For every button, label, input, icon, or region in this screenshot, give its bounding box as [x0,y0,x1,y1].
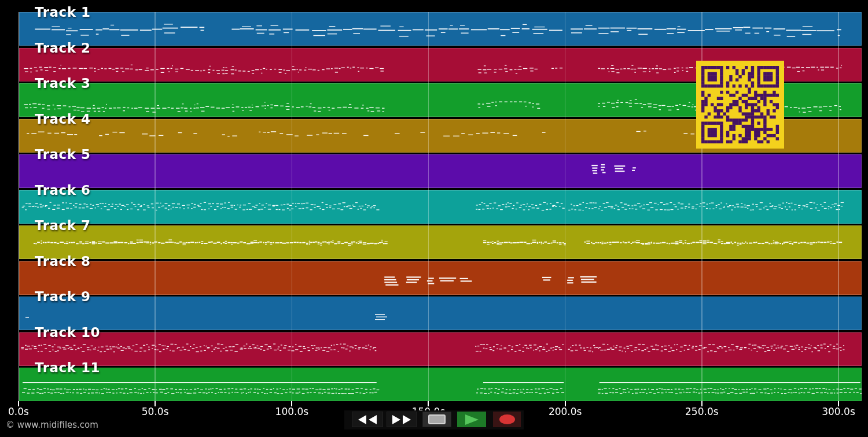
track-label: Track 1 [35,5,90,20]
axis-tick-label: 300.0s [822,406,855,417]
qr-code [696,61,784,149]
axis-tick-label: 200.0s [549,406,582,417]
gridline [428,12,429,401]
track-row-11: Track 11 [19,368,862,401]
track-row-10: Track 10 [19,332,862,366]
fast-forward-button[interactable] [387,412,417,427]
record-icon [499,414,515,424]
track-label: Track 7 [35,218,90,233]
track-label: Track 5 [35,147,90,162]
play-button[interactable] [457,412,486,427]
track-row-1: Track 1 [19,12,862,46]
stop-button[interactable] [422,412,451,427]
copyright-text: © www.midifiles.com [6,420,98,430]
track-label: Track 8 [35,254,90,269]
axis-tick-label: 50.0s [142,406,169,417]
track-label: Track 10 [35,325,100,340]
gridline [838,12,839,401]
track-row-8: Track 8 [19,261,862,295]
transport-bar [344,410,524,429]
record-button[interactable] [493,412,521,427]
track-row-6: Track 6 [19,190,862,224]
track-notes-canvas [19,12,862,46]
gridline [155,12,156,401]
play-icon [464,414,480,425]
track-notes-canvas [19,368,862,401]
track-label: Track 9 [35,289,90,304]
gridline [18,12,19,401]
track-row-5: Track 5 [19,154,862,188]
track-notes-canvas [19,332,862,366]
rewind-icon [356,414,378,425]
track-notes-canvas [19,261,862,295]
rewind-button[interactable] [352,412,383,427]
track-label: Track 11 [35,360,100,375]
fast-forward-icon [391,414,413,425]
track-label: Track 2 [35,40,90,55]
track-notes-canvas [19,190,862,224]
track-label: Track 3 [35,76,90,91]
track-row-7: Track 7 [19,225,862,259]
axis-tick-label: 250.0s [685,406,719,417]
track-row-9: Track 9 [19,297,862,330]
track-label: Track 6 [35,183,90,198]
stop-icon [428,414,446,424]
axis-tick-label: 100.0s [275,406,309,417]
track-notes-canvas [19,297,862,330]
track-notes-canvas [19,225,862,259]
gridline [565,12,566,401]
axis-tick-label: 0.0s [8,406,29,417]
track-notes-canvas [19,154,862,188]
midi-track-visualization: Track 1 Track 2 Track 3 Track 4 Track 5 … [0,0,868,437]
gridline [292,12,293,401]
track-label: Track 4 [35,112,90,127]
